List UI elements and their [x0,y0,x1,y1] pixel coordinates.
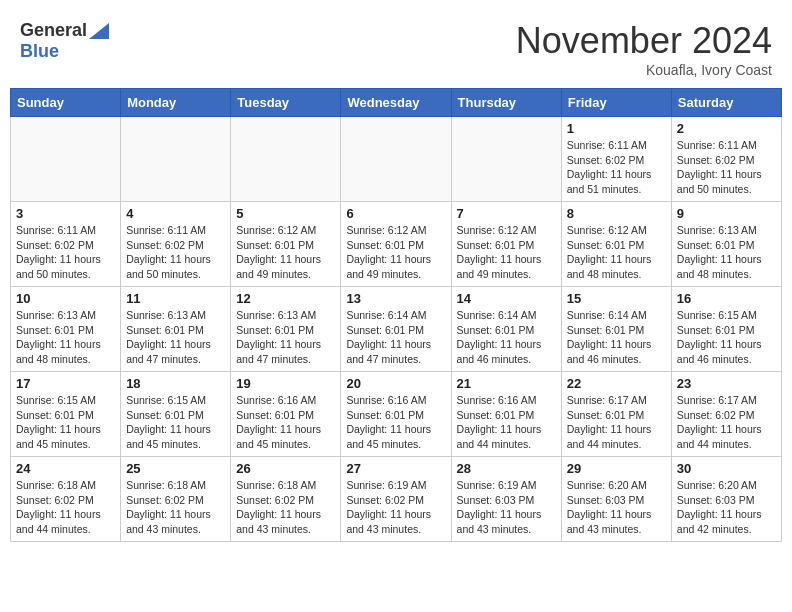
column-header-thursday: Thursday [451,89,561,117]
day-info: Sunrise: 6:11 AM Sunset: 6:02 PM Dayligh… [567,138,666,197]
day-info: Sunrise: 6:18 AM Sunset: 6:02 PM Dayligh… [236,478,335,537]
calendar-cell: 8Sunrise: 6:12 AM Sunset: 6:01 PM Daylig… [561,202,671,287]
day-number: 22 [567,376,666,391]
calendar-cell: 10Sunrise: 6:13 AM Sunset: 6:01 PM Dayli… [11,287,121,372]
calendar-cell: 15Sunrise: 6:14 AM Sunset: 6:01 PM Dayli… [561,287,671,372]
calendar-cell: 29Sunrise: 6:20 AM Sunset: 6:03 PM Dayli… [561,457,671,542]
day-info: Sunrise: 6:14 AM Sunset: 6:01 PM Dayligh… [457,308,556,367]
title-area: November 2024 Kouafla, Ivory Coast [516,20,772,78]
day-info: Sunrise: 6:17 AM Sunset: 6:01 PM Dayligh… [567,393,666,452]
logo-blue-text: Blue [20,41,59,61]
column-header-saturday: Saturday [671,89,781,117]
day-info: Sunrise: 6:19 AM Sunset: 6:02 PM Dayligh… [346,478,445,537]
calendar-cell: 11Sunrise: 6:13 AM Sunset: 6:01 PM Dayli… [121,287,231,372]
day-info: Sunrise: 6:18 AM Sunset: 6:02 PM Dayligh… [126,478,225,537]
day-info: Sunrise: 6:12 AM Sunset: 6:01 PM Dayligh… [346,223,445,282]
day-number: 2 [677,121,776,136]
day-info: Sunrise: 6:20 AM Sunset: 6:03 PM Dayligh… [567,478,666,537]
day-number: 7 [457,206,556,221]
day-number: 27 [346,461,445,476]
calendar-cell: 26Sunrise: 6:18 AM Sunset: 6:02 PM Dayli… [231,457,341,542]
logo-general-text: General [20,20,87,41]
day-info: Sunrise: 6:11 AM Sunset: 6:02 PM Dayligh… [16,223,115,282]
column-header-friday: Friday [561,89,671,117]
calendar-cell: 18Sunrise: 6:15 AM Sunset: 6:01 PM Dayli… [121,372,231,457]
day-number: 10 [16,291,115,306]
day-number: 15 [567,291,666,306]
day-number: 11 [126,291,225,306]
day-number: 18 [126,376,225,391]
calendar-cell [451,117,561,202]
calendar-cell: 12Sunrise: 6:13 AM Sunset: 6:01 PM Dayli… [231,287,341,372]
calendar-cell [121,117,231,202]
calendar-week-1: 1Sunrise: 6:11 AM Sunset: 6:02 PM Daylig… [11,117,782,202]
location-text: Kouafla, Ivory Coast [516,62,772,78]
day-number: 12 [236,291,335,306]
calendar-cell: 2Sunrise: 6:11 AM Sunset: 6:02 PM Daylig… [671,117,781,202]
day-info: Sunrise: 6:13 AM Sunset: 6:01 PM Dayligh… [16,308,115,367]
day-info: Sunrise: 6:16 AM Sunset: 6:01 PM Dayligh… [346,393,445,452]
day-info: Sunrise: 6:15 AM Sunset: 6:01 PM Dayligh… [16,393,115,452]
day-number: 21 [457,376,556,391]
calendar-week-5: 24Sunrise: 6:18 AM Sunset: 6:02 PM Dayli… [11,457,782,542]
calendar-cell: 7Sunrise: 6:12 AM Sunset: 6:01 PM Daylig… [451,202,561,287]
day-info: Sunrise: 6:16 AM Sunset: 6:01 PM Dayligh… [236,393,335,452]
day-info: Sunrise: 6:13 AM Sunset: 6:01 PM Dayligh… [677,223,776,282]
month-title: November 2024 [516,20,772,62]
calendar-week-4: 17Sunrise: 6:15 AM Sunset: 6:01 PM Dayli… [11,372,782,457]
day-info: Sunrise: 6:14 AM Sunset: 6:01 PM Dayligh… [567,308,666,367]
day-info: Sunrise: 6:17 AM Sunset: 6:02 PM Dayligh… [677,393,776,452]
calendar-cell: 30Sunrise: 6:20 AM Sunset: 6:03 PM Dayli… [671,457,781,542]
day-info: Sunrise: 6:15 AM Sunset: 6:01 PM Dayligh… [126,393,225,452]
day-number: 6 [346,206,445,221]
calendar-cell: 21Sunrise: 6:16 AM Sunset: 6:01 PM Dayli… [451,372,561,457]
calendar-cell: 25Sunrise: 6:18 AM Sunset: 6:02 PM Dayli… [121,457,231,542]
calendar-cell: 14Sunrise: 6:14 AM Sunset: 6:01 PM Dayli… [451,287,561,372]
day-number: 3 [16,206,115,221]
calendar-cell: 20Sunrise: 6:16 AM Sunset: 6:01 PM Dayli… [341,372,451,457]
day-number: 8 [567,206,666,221]
day-info: Sunrise: 6:12 AM Sunset: 6:01 PM Dayligh… [567,223,666,282]
calendar-cell: 16Sunrise: 6:15 AM Sunset: 6:01 PM Dayli… [671,287,781,372]
calendar-header-row: SundayMondayTuesdayWednesdayThursdayFrid… [11,89,782,117]
day-info: Sunrise: 6:18 AM Sunset: 6:02 PM Dayligh… [16,478,115,537]
day-number: 4 [126,206,225,221]
calendar-cell: 3Sunrise: 6:11 AM Sunset: 6:02 PM Daylig… [11,202,121,287]
calendar-cell: 9Sunrise: 6:13 AM Sunset: 6:01 PM Daylig… [671,202,781,287]
calendar-cell: 23Sunrise: 6:17 AM Sunset: 6:02 PM Dayli… [671,372,781,457]
calendar-cell: 4Sunrise: 6:11 AM Sunset: 6:02 PM Daylig… [121,202,231,287]
logo-icon [89,23,109,39]
day-number: 24 [16,461,115,476]
day-number: 9 [677,206,776,221]
day-number: 25 [126,461,225,476]
calendar-cell: 24Sunrise: 6:18 AM Sunset: 6:02 PM Dayli… [11,457,121,542]
day-number: 19 [236,376,335,391]
day-info: Sunrise: 6:11 AM Sunset: 6:02 PM Dayligh… [677,138,776,197]
calendar-week-2: 3Sunrise: 6:11 AM Sunset: 6:02 PM Daylig… [11,202,782,287]
day-info: Sunrise: 6:16 AM Sunset: 6:01 PM Dayligh… [457,393,556,452]
logo: General Blue [20,20,109,62]
day-info: Sunrise: 6:11 AM Sunset: 6:02 PM Dayligh… [126,223,225,282]
day-number: 1 [567,121,666,136]
calendar-cell: 19Sunrise: 6:16 AM Sunset: 6:01 PM Dayli… [231,372,341,457]
day-info: Sunrise: 6:15 AM Sunset: 6:01 PM Dayligh… [677,308,776,367]
calendar-cell [11,117,121,202]
calendar-cell [231,117,341,202]
calendar-cell: 13Sunrise: 6:14 AM Sunset: 6:01 PM Dayli… [341,287,451,372]
day-info: Sunrise: 6:14 AM Sunset: 6:01 PM Dayligh… [346,308,445,367]
day-info: Sunrise: 6:19 AM Sunset: 6:03 PM Dayligh… [457,478,556,537]
day-info: Sunrise: 6:13 AM Sunset: 6:01 PM Dayligh… [126,308,225,367]
calendar-cell: 6Sunrise: 6:12 AM Sunset: 6:01 PM Daylig… [341,202,451,287]
page-header: General Blue November 2024 Kouafla, Ivor… [10,10,782,83]
day-info: Sunrise: 6:12 AM Sunset: 6:01 PM Dayligh… [236,223,335,282]
day-info: Sunrise: 6:12 AM Sunset: 6:01 PM Dayligh… [457,223,556,282]
day-number: 30 [677,461,776,476]
calendar-cell: 17Sunrise: 6:15 AM Sunset: 6:01 PM Dayli… [11,372,121,457]
day-info: Sunrise: 6:13 AM Sunset: 6:01 PM Dayligh… [236,308,335,367]
calendar-table: SundayMondayTuesdayWednesdayThursdayFrid… [10,88,782,542]
day-number: 16 [677,291,776,306]
day-number: 20 [346,376,445,391]
day-number: 23 [677,376,776,391]
calendar-cell: 27Sunrise: 6:19 AM Sunset: 6:02 PM Dayli… [341,457,451,542]
svg-marker-0 [89,23,109,39]
